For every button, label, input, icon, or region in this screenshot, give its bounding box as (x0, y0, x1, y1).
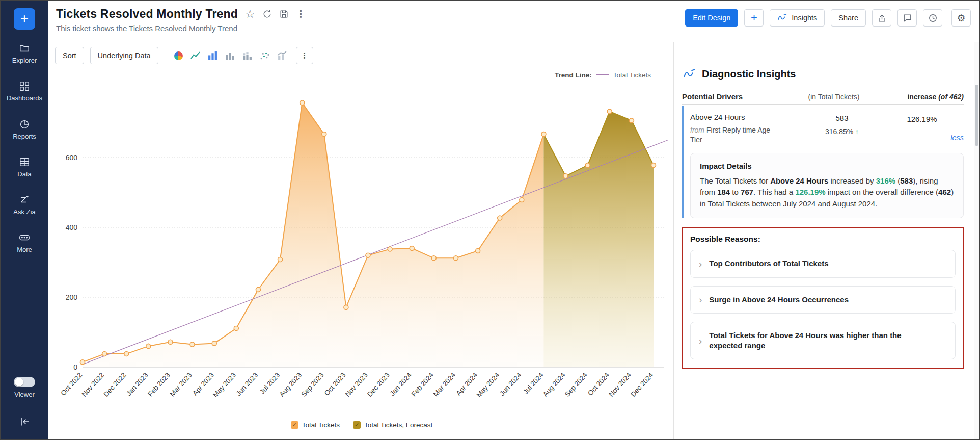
bar-chart-icon[interactable] (208, 51, 217, 61)
sidebar-item-label: More (17, 246, 32, 253)
col-increase-word: increase (907, 93, 938, 101)
svg-text:Jun 2023: Jun 2023 (235, 371, 259, 397)
insights-button[interactable]: Insights (770, 9, 825, 27)
export-icon (877, 13, 887, 23)
svg-text:200: 200 (66, 293, 78, 301)
area-chart[interactable]: 0200400600Oct 2022Nov 2022Dec 2022Jan 20… (53, 81, 672, 418)
history-button[interactable] (923, 9, 942, 27)
from-word: from (690, 126, 706, 134)
legend-swatch-actual (291, 421, 298, 429)
chart-legend: Total Tickets Total Tickets, Forecast (53, 418, 670, 431)
sort-button[interactable]: Sort (55, 47, 84, 64)
add-button[interactable]: + (744, 9, 764, 27)
less-link[interactable]: less (880, 134, 964, 142)
sidebar-item-label: Ask Zia (13, 209, 35, 216)
svg-text:400: 400 (66, 223, 78, 231)
pie-chart-icon[interactable] (174, 51, 183, 60)
sidebar-item-dashboards[interactable]: Dashboards (1, 81, 48, 102)
sidebar-item-more[interactable]: More (1, 232, 48, 253)
chevron-right-icon: › (699, 295, 702, 304)
svg-text:Dec 2022: Dec 2022 (102, 371, 128, 398)
impact-details-title: Impact Details (700, 162, 954, 170)
sidebar-nav: Explorer Dashboards Reports Data Ask Zia… (1, 43, 48, 254)
svg-text:Nov 2023: Nov 2023 (344, 371, 369, 398)
toolbar-divider (165, 49, 165, 62)
page-title: Tickets Resolved Monthly Trend (56, 7, 238, 21)
sidebar-item-reports[interactable]: Reports (1, 119, 48, 140)
legend-item-total-tickets[interactable]: Total Tickets (291, 421, 340, 429)
svg-text:Jul 2023: Jul 2023 (258, 371, 281, 396)
comments-button[interactable] (897, 9, 917, 27)
refresh-icon[interactable] (262, 9, 272, 19)
svg-text:Feb 2024: Feb 2024 (410, 371, 435, 398)
col-in-total-tickets: (in Total Tickets) (796, 93, 872, 101)
svg-text:Jul 2024: Jul 2024 (522, 371, 545, 396)
insights-panel-title: Diagnostic Insights (702, 68, 796, 80)
trend-line-legend: Trend Line: Total Tickets (53, 69, 670, 81)
underlying-data-button[interactable]: Underlying Data (90, 47, 158, 64)
favorite-star-icon[interactable]: ☆ (245, 8, 255, 21)
svg-text:Aug 2024: Aug 2024 (541, 371, 567, 398)
clock-icon (928, 13, 938, 23)
svg-text:Dec 2023: Dec 2023 (366, 371, 391, 398)
driver-impact: 126.19% (880, 113, 964, 123)
driver-row: Above 24 Hours from First Reply time Age… (690, 106, 964, 150)
stacked-bar-icon[interactable] (242, 51, 252, 61)
export-button[interactable] (872, 9, 891, 27)
svg-text:Aug 2023: Aug 2023 (278, 371, 304, 398)
content-area: Sort Underlying Data (48, 42, 979, 439)
settings-button[interactable]: ⚙ (951, 9, 971, 27)
line-chart-icon[interactable] (190, 51, 200, 61)
svg-text:Jan 2023: Jan 2023 (125, 371, 149, 397)
sidebar-item-data[interactable]: Data (1, 157, 48, 178)
save-icon[interactable] (279, 9, 289, 19)
pct-value: 316.85% (825, 127, 855, 136)
chevron-right-icon: › (699, 259, 702, 269)
col-potential-drivers: Potential Drivers (682, 92, 796, 101)
impact-text: The Total Tickets for Above 24 Hours inc… (700, 175, 954, 210)
reason-card-expected-range[interactable]: › Total Tickets for Above 24 Hours was h… (690, 322, 956, 360)
up-arrow-icon: ↑ (855, 127, 859, 136)
viewer-toggle[interactable] (14, 377, 35, 387)
diagnostic-insights-panel: Diagnostic Insights Potential Drivers (i… (673, 42, 979, 439)
sidebar-item-label: Reports (13, 133, 36, 140)
svg-text:600: 600 (66, 153, 78, 162)
zia-icon (683, 68, 696, 80)
toolbar-more-button[interactable]: ⋮ (296, 47, 313, 64)
col-increase-of: (of 462) (938, 93, 964, 101)
viewer-group: Viewer (14, 377, 35, 398)
svg-text:Feb 2023: Feb 2023 (146, 371, 171, 398)
more-options-icon[interactable]: ⋮ (296, 8, 306, 20)
zia-icon (777, 13, 787, 22)
svg-text:May 2023: May 2023 (211, 371, 237, 399)
scatter-chart-icon[interactable] (260, 51, 269, 61)
legend-item-forecast[interactable]: Total Tickets, Forecast (353, 421, 432, 429)
sidebar-item-ask-zia[interactable]: Ask Zia (1, 194, 48, 216)
header-actions: Edit Design + Insights Share ⚙ (685, 7, 971, 27)
svg-text:0: 0 (73, 363, 77, 371)
insights-button-label: Insights (792, 14, 817, 22)
driver-expanded-block: Above 24 Hours from First Reply time Age… (682, 106, 964, 218)
combo-chart-icon[interactable] (277, 51, 287, 61)
reason-card-top-contributors[interactable]: › Top Contributors of Total Tickets (690, 250, 956, 277)
edit-design-button[interactable]: Edit Design (685, 9, 738, 27)
share-button[interactable]: Share (831, 9, 866, 27)
svg-text:Jun 2024: Jun 2024 (498, 371, 523, 398)
driver-name: Above 24 Hours (690, 113, 804, 121)
reason-card-surge[interactable]: › Surge in Above 24 Hours Occurrences (690, 286, 956, 314)
sidebar-item-label: Dashboards (7, 95, 42, 102)
create-new-button[interactable]: + (14, 8, 35, 30)
reason-text: Total Tickets for Above 24 Hours was hig… (709, 330, 933, 351)
app-window: + Explorer Dashboards Reports Data Ask Z… (0, 0, 980, 440)
svg-text:Sep 2024: Sep 2024 (563, 371, 589, 398)
viewer-label: Viewer (14, 391, 35, 398)
collapse-sidebar-icon[interactable] (18, 416, 31, 428)
sidebar-item-explorer[interactable]: Explorer (1, 43, 48, 64)
table-icon (19, 157, 30, 168)
clustered-bar-icon[interactable] (225, 51, 235, 61)
scrollbar-thumb[interactable] (975, 85, 978, 146)
trend-line-swatch (596, 74, 609, 75)
reason-text: Surge in Above 24 Hours Occurrences (709, 295, 849, 305)
report-icon (19, 119, 30, 130)
chart-toolbar: Sort Underlying Data (55, 47, 670, 64)
